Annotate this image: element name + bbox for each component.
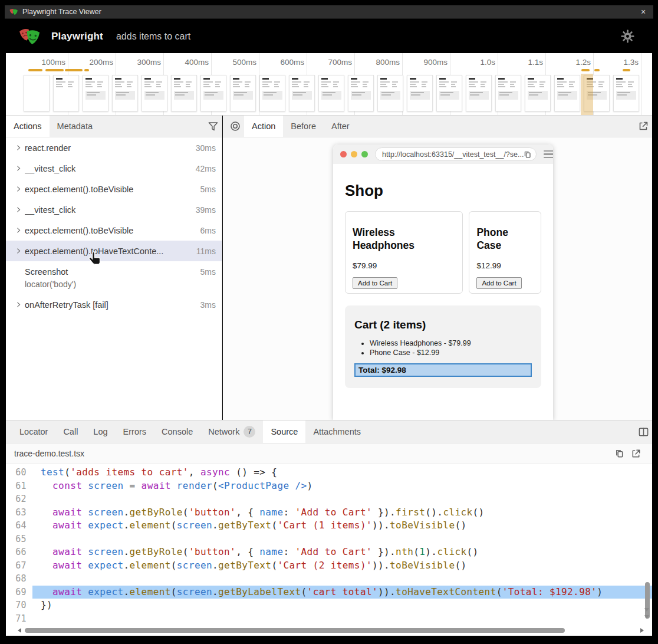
tab-before[interactable]: Before [283, 116, 324, 137]
gear-icon[interactable] [621, 29, 634, 43]
vertical-scrollbar[interactable] [645, 582, 650, 619]
playwright-logo-icon [19, 27, 41, 46]
copy-url-icon[interactable] [524, 150, 531, 159]
product-card: Wireless Headphones $79.99 Add to Cart [345, 211, 463, 294]
filmstrip-thumbnail[interactable] [200, 75, 226, 111]
split-view-icon[interactable] [634, 420, 652, 443]
action-list-item[interactable]: __vitest_click42ms [6, 158, 222, 179]
copy-icon[interactable] [611, 449, 627, 458]
scroll-down-icon[interactable] [644, 608, 649, 612]
filmstrip-thumbnail[interactable] [289, 75, 315, 111]
target-icon[interactable] [226, 116, 244, 137]
close-icon[interactable]: × [638, 7, 649, 17]
chevron-right-icon [15, 144, 25, 151]
code-text: test('adds items to cart', async () => { [32, 466, 652, 479]
action-title: expect.element().toBeVisible [25, 185, 196, 194]
scroll-right-icon[interactable] [640, 628, 644, 633]
action-duration-bar [594, 69, 600, 71]
filmstrip-thumbnail[interactable] [436, 75, 462, 111]
tab-console[interactable]: Console [154, 420, 200, 443]
tab-errors[interactable]: Errors [116, 420, 154, 443]
open-source-external-icon[interactable] [627, 449, 644, 459]
code-text [32, 572, 652, 586]
filmstrip-thumbnail[interactable] [377, 75, 403, 111]
tab-after[interactable]: After [324, 116, 357, 137]
add-to-cart-button[interactable]: Add to Cart [353, 277, 397, 289]
timeline[interactable]: 100ms200ms300ms400ms500ms600ms700ms800ms… [6, 53, 652, 116]
action-duration: 30ms [196, 143, 216, 153]
tab-log[interactable]: Log [85, 420, 115, 443]
filmstrip-thumbnail[interactable] [407, 75, 433, 111]
tab-network[interactable]: Network7 [200, 420, 263, 443]
action-list-item[interactable]: __vitest_click39ms [6, 199, 222, 220]
line-number: 61 [6, 479, 32, 493]
scroll-down-icon[interactable] [644, 615, 649, 619]
horizontal-scrollbar[interactable] [6, 627, 652, 634]
action-list-item[interactable]: Screenshot5mslocator('body') [6, 261, 222, 294]
action-locator: locator('body') [6, 280, 222, 294]
line-number: 69 [6, 586, 32, 599]
tab-label: Locator [19, 427, 48, 436]
address-bar[interactable]: http://localhost:63315/__vitest_test__/?… [375, 147, 537, 161]
action-title: __vitest_click [25, 205, 191, 215]
cart-total-highlight: Total: $92.98 [354, 363, 532, 377]
filmstrip-thumbnail[interactable] [318, 75, 344, 111]
filmstrip-thumbnail[interactable] [495, 75, 521, 111]
action-list-item[interactable]: expect.element().toBeVisible5ms [6, 179, 222, 199]
tick-label: 1.1s [498, 58, 543, 67]
filmstrip-thumbnail[interactable] [24, 75, 50, 111]
tick-label: 600ms [259, 58, 304, 67]
tab-metadata[interactable]: Metadata [50, 116, 100, 137]
tab-source[interactable]: Source [263, 420, 305, 443]
line-number: 65 [6, 533, 32, 546]
filmstrip-thumbnail[interactable] [613, 75, 639, 111]
open-external-icon[interactable] [634, 116, 652, 137]
action-list-item[interactable]: react.render30ms [6, 137, 222, 158]
tab-label: Log [93, 427, 107, 436]
code-text: const screen = await render(<ProductPage… [32, 479, 652, 493]
action-title: __vitest_click [25, 164, 191, 173]
filter-icon[interactable] [204, 116, 222, 137]
action-list-item[interactable]: expect.element().toHaveTextConte...11ms [6, 241, 222, 261]
code-line: 67 await expect.element(screen.getByText… [6, 559, 652, 573]
mouse-pointer-cursor [88, 251, 101, 269]
trace-viewer-window: Playwright Trace Viewer × Playwright add… [0, 0, 658, 644]
tab-actions[interactable]: Actions [6, 116, 50, 137]
shop-heading: Shop [345, 182, 541, 200]
horizontal-scroll-thumb[interactable] [25, 628, 565, 633]
traffic-light-dots [340, 151, 368, 157]
filmstrip-thumbnail[interactable] [112, 75, 138, 111]
product-price: $79.99 [353, 261, 455, 270]
action-list-item[interactable]: onAfterRetryTask [fail]3ms [6, 294, 222, 315]
chevron-right-icon [15, 165, 25, 172]
filmstrip-thumbnail[interactable] [259, 75, 285, 111]
filmstrip-thumbnail[interactable] [142, 75, 167, 111]
source-filebar: trace-demo.test.tsx [6, 443, 652, 464]
scroll-left-icon[interactable] [18, 628, 21, 633]
filmstrip-thumbnail[interactable] [348, 75, 374, 111]
code-text: await screen.getByRole('button', { name:… [32, 546, 652, 559]
timeline-selection-band [581, 74, 593, 116]
action-title: Screenshot [25, 267, 196, 277]
filmstrip-thumbnail[interactable] [83, 75, 108, 111]
filmstrip-thumbnail[interactable] [171, 75, 197, 111]
filmstrip-thumbnail[interactable] [53, 75, 79, 111]
add-to-cart-button[interactable]: Add to Cart [476, 277, 521, 289]
tab-call[interactable]: Call [55, 420, 85, 443]
line-number: 63 [6, 506, 32, 520]
filmstrip-thumbnail[interactable] [466, 75, 492, 111]
filmstrip-thumbnail[interactable] [230, 75, 256, 111]
menu-icon[interactable] [544, 150, 553, 159]
test-title: adds items to cart [116, 31, 621, 42]
tab-locator[interactable]: Locator [12, 420, 55, 443]
code-text: await screen.getByRole('button', { name:… [32, 506, 652, 520]
action-list-item[interactable]: expect.element().toBeVisible6ms [6, 220, 222, 241]
filmstrip [24, 75, 639, 111]
tab-action[interactable]: Action [244, 116, 283, 137]
tab-attachments[interactable]: Attachments [305, 420, 369, 443]
network-count-badge: 7 [244, 426, 255, 438]
filmstrip-thumbnail[interactable] [525, 75, 551, 111]
line-number: 62 [6, 492, 32, 506]
code-line: 60test('adds items to cart', async () =>… [6, 466, 652, 479]
filmstrip-thumbnail[interactable] [554, 75, 580, 111]
